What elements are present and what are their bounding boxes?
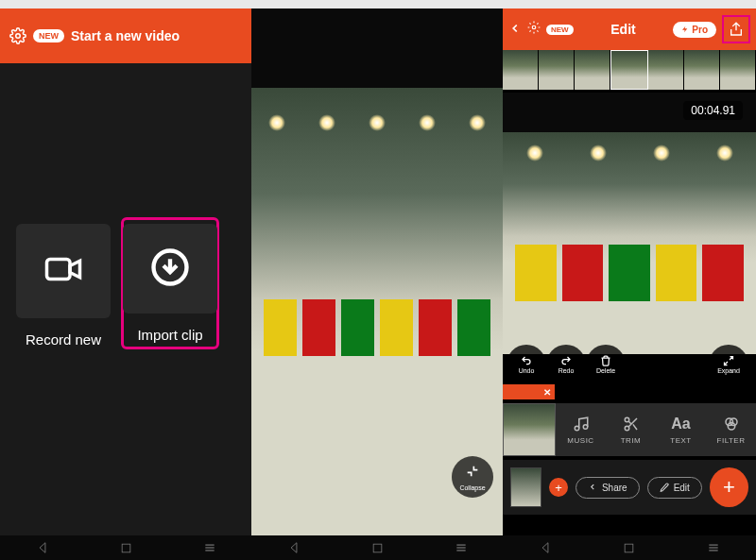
redo-button[interactable]: Redo [546,345,586,384]
music-icon [573,416,590,433]
svg-point-4 [575,426,579,431]
new-badge: NEW [546,25,574,35]
record-new-label: Record new [26,331,101,348]
editor-screen: NEW Edit Pro [503,8,756,537]
recent-nav-icon[interactable] [707,541,720,554]
thumbnail[interactable] [575,50,610,90]
timeline-segment[interactable]: ✕ [503,384,555,399]
text-tool[interactable]: Aa TEXT [656,416,706,445]
text-icon: Aa [671,416,690,433]
record-new-button[interactable]: Record new [14,224,112,356]
android-navbar [0,535,251,560]
collapse-icon [465,464,480,483]
redo-icon [559,355,573,366]
thumbnail-selected[interactable] [610,50,647,90]
import-clip-button[interactable]: Import clip [121,217,219,349]
thumbnail[interactable] [720,50,756,90]
home-nav-icon[interactable] [371,542,384,554]
timestamp: 00:04.91 [683,101,743,120]
gear-icon[interactable] [527,21,541,38]
camera-icon [43,249,83,293]
import-clip-label: Import clip [137,327,202,343]
svg-rect-1 [47,260,71,280]
add-fab[interactable]: + [710,467,748,507]
trim-tool[interactable]: TRIM [606,416,656,445]
tools-row: MUSIC TRIM Aa TEXT FILTER [503,403,756,456]
filter-icon [723,416,740,433]
back-nav-icon[interactable] [539,541,552,554]
thumbnail[interactable] [539,50,575,90]
svg-point-0 [16,34,21,39]
back-button[interactable] [508,20,522,40]
home-nav-icon[interactable] [120,542,132,554]
thumbnail[interactable] [648,50,684,90]
preview-screen: Collapse [251,8,503,537]
pencil-icon [660,483,669,492]
add-clip-button[interactable]: + [549,478,568,497]
close-icon[interactable]: ✕ [543,387,551,398]
recent-nav-icon[interactable] [455,541,468,554]
recent-nav-icon[interactable] [203,541,216,554]
export-button[interactable] [722,15,750,43]
svg-point-3 [532,25,536,29]
svg-point-10 [728,422,735,430]
thumbnail[interactable] [684,50,720,90]
home-nav-icon[interactable] [623,542,635,554]
gear-icon[interactable] [9,27,26,44]
project-thumbnail[interactable] [510,467,541,507]
svg-point-5 [583,424,588,429]
scissors-icon [623,416,640,433]
android-navbar [251,535,503,560]
svg-rect-19 [626,544,634,552]
filter-tool[interactable]: FILTER [706,416,756,445]
edit-button[interactable]: Edit [647,477,702,499]
page-title: Start a new video [71,28,180,43]
collapse-label: Collapse [459,484,485,491]
download-circle-icon [150,247,190,291]
editor-title: Edit [579,22,668,37]
back-nav-icon[interactable] [36,541,49,554]
expand-button[interactable]: Expand [709,345,748,384]
trash-icon [600,355,611,366]
thumbnail[interactable] [503,50,539,90]
android-navbar [503,535,756,560]
editor-header: NEW Edit Pro [503,8,756,50]
expand-icon [722,355,735,366]
undo-button[interactable]: Undo [507,345,546,384]
svg-rect-15 [373,544,382,552]
thumbnail-strip[interactable] [503,50,756,90]
collapse-button[interactable]: Collapse [452,456,493,498]
back-nav-icon[interactable] [287,541,301,554]
music-tool[interactable]: MUSIC [556,416,606,445]
start-screen: NEW Start a new video Record new [0,8,251,537]
svg-rect-11 [122,544,130,552]
export-icon [729,22,744,37]
pro-badge[interactable]: Pro [673,22,716,38]
clip-thumbnail[interactable] [503,403,556,456]
delete-button[interactable]: Delete [586,345,626,384]
new-badge: NEW [33,29,64,42]
bottom-actions: + Share Edit + [503,460,756,515]
share-button[interactable]: Share [576,477,640,499]
undo-icon [520,355,533,366]
panel1-header: NEW Start a new video [0,8,251,63]
share-icon [588,483,597,492]
editor-preview[interactable]: 00:04.91 [503,90,756,354]
